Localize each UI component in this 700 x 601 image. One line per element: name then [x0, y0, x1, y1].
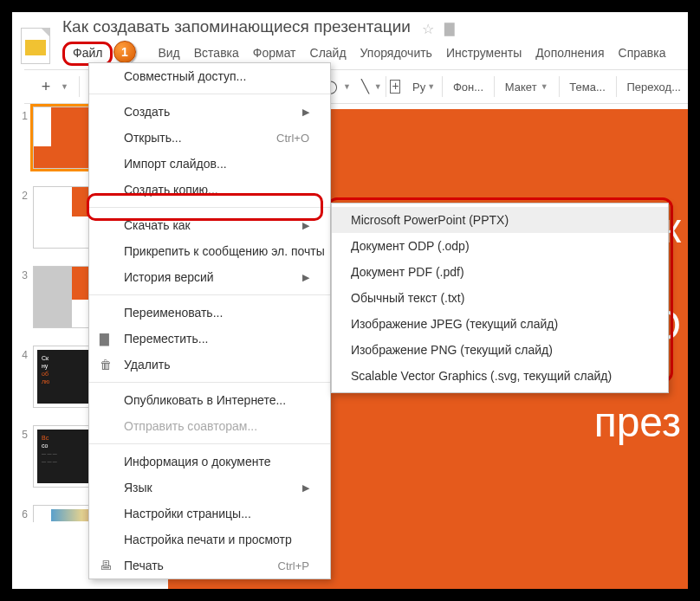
menu-open[interactable]: Открыть...Ctrl+O: [89, 125, 330, 151]
slides-logo[interactable]: [21, 28, 50, 64]
menu-publish-web[interactable]: Опубликовать в Интернете...: [89, 387, 330, 413]
line-icon[interactable]: ╲: [361, 79, 369, 94]
submenu-odp[interactable]: Документ ODP (.odp): [332, 233, 668, 259]
transition-button[interactable]: Переход...: [620, 77, 688, 97]
menu-page-setup[interactable]: Настройки страницы...: [89, 501, 330, 527]
menu-import-slides[interactable]: Импорт слайдов...: [89, 151, 330, 177]
printer-icon: 🖶: [100, 559, 112, 572]
new-slide-button[interactable]: +▼: [28, 72, 75, 101]
submenu-svg[interactable]: Scalable Vector Graphics (.svg, текущий …: [332, 363, 668, 389]
menu-doc-details[interactable]: Информация о документе: [89, 449, 330, 475]
submenu-png[interactable]: Изображение PNG (текущий слайд): [332, 337, 668, 363]
menu-download-as[interactable]: Скачать как▶: [89, 212, 330, 238]
layout-button[interactable]: Макет▼: [498, 77, 555, 97]
comment-icon[interactable]: [390, 80, 401, 94]
menu-arrange[interactable]: Упорядочить: [353, 42, 439, 65]
submenu-arrow-icon: ▶: [302, 482, 309, 494]
background-button[interactable]: Фон...: [446, 77, 490, 97]
submenu-txt[interactable]: Обычный текст (.txt): [332, 285, 668, 311]
menu-addons[interactable]: Дополнения: [528, 42, 611, 65]
submenu-jpeg[interactable]: Изображение JPEG (текущий слайд): [332, 311, 668, 337]
theme-button[interactable]: Тема...: [562, 77, 612, 97]
app-window: Как создавать запоминающиеся презентации…: [12, 12, 688, 589]
folder-icon: ▇: [100, 332, 109, 346]
submenu-arrow-icon: ▶: [302, 107, 309, 118]
trash-icon: 🗑: [100, 358, 112, 372]
menu-print[interactable]: 🖶ПечатьCtrl+P: [89, 553, 330, 578]
menu-language[interactable]: Язык▶: [89, 475, 330, 501]
input-tools-button[interactable]: Ру: [412, 81, 425, 94]
star-icon[interactable]: ☆: [422, 21, 434, 37]
menu-move[interactable]: ▇Переместить...: [89, 326, 330, 352]
menu-share[interactable]: Совместный доступ...: [89, 63, 330, 89]
submenu-arrow-icon: ▶: [302, 272, 309, 283]
menu-print-preview[interactable]: Настройка печати и просмотр: [89, 527, 330, 553]
submenu-pdf[interactable]: Документ PDF (.pdf): [332, 259, 668, 285]
file-dropdown-menu: Совместный доступ... Создать▶ Открыть...…: [88, 62, 331, 579]
folder-icon[interactable]: ▇: [444, 21, 455, 37]
submenu-pptx[interactable]: Microsoft PowerPoint (PPTX): [332, 207, 668, 233]
menu-email-collaborators: Отправить соавторам...: [89, 413, 330, 439]
menu-rename[interactable]: Переименовать...: [89, 300, 330, 326]
menu-email-attach[interactable]: Прикрепить к сообщению эл. почты: [89, 238, 330, 264]
annotation-badge-1: 1: [113, 41, 136, 63]
menu-delete[interactable]: 🗑Удалить: [89, 352, 330, 378]
menu-new[interactable]: Создать▶: [89, 99, 330, 125]
submenu-arrow-icon: ▶: [302, 220, 309, 231]
download-as-submenu: Microsoft PowerPoint (PPTX) Документ ODP…: [331, 203, 669, 393]
menu-version-history[interactable]: История версий▶: [89, 264, 330, 290]
menu-tools[interactable]: Инструменты: [439, 42, 528, 65]
menu-make-copy[interactable]: Создать копию...: [89, 177, 330, 203]
menu-help[interactable]: Справка: [612, 42, 673, 65]
document-title[interactable]: Как создавать запоминающиеся презентации: [62, 17, 411, 36]
